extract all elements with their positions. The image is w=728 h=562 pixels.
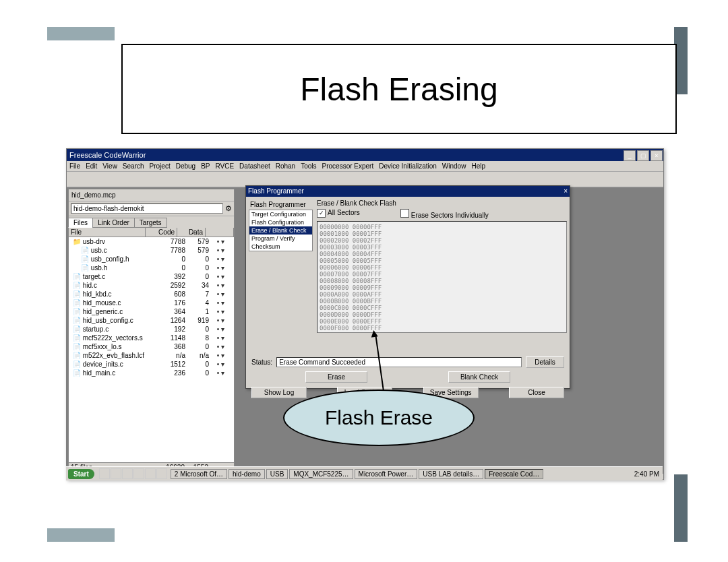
project-tabs[interactable]: FilesLink OrderTargets xyxy=(69,216,234,228)
show-log-button[interactable]: Show Log xyxy=(251,387,307,398)
task-button[interactable]: Freescale Cod… xyxy=(485,469,543,479)
maximize-icon[interactable]: ▢ xyxy=(637,150,649,161)
toolbar-button[interactable] xyxy=(217,173,231,186)
file-row[interactable]: 📄 usb.c7788579• ▾ xyxy=(69,246,234,255)
taskbar[interactable]: Start 2 Microsoft Of…hid-demoUSBMQX_MCF5… xyxy=(66,466,663,480)
task-button[interactable]: hid-demo xyxy=(229,469,265,479)
task-button[interactable]: Microsoft Power… xyxy=(355,469,418,479)
menu-item[interactable]: Help xyxy=(471,162,485,170)
flash-programmer-window[interactable]: Flash Programmer × Flash Programmer Targ… xyxy=(245,185,570,389)
col-file[interactable]: File xyxy=(69,228,146,237)
task-button[interactable]: USB xyxy=(266,469,289,479)
task-button[interactable]: MQX_MCF5225… xyxy=(289,469,353,479)
file-row[interactable]: 📄 target.c3920• ▾ xyxy=(69,272,234,281)
flash-nav-item[interactable]: Flash Configuration xyxy=(249,218,312,226)
task-button[interactable]: USB LAB details… xyxy=(419,469,483,479)
close-icon[interactable]: × xyxy=(650,150,663,161)
menu-item[interactable]: File xyxy=(69,162,80,170)
task-buttons[interactable]: 2 Microsoft Of…hid-demoUSBMQX_MCF5225…Mi… xyxy=(170,469,544,479)
menu-item[interactable]: Rohan xyxy=(276,162,295,170)
file-row[interactable]: 📄 hid_generic.c3641• ▾ xyxy=(69,307,234,316)
target-settings-icon[interactable]: ⚙ xyxy=(225,204,232,213)
toolbar-button[interactable] xyxy=(173,173,186,186)
chk-indiv-sectors[interactable]: Erase Sectors Individually xyxy=(400,209,489,219)
file-row[interactable]: 📄 usb_config.h00• ▾ xyxy=(69,255,234,263)
file-row[interactable]: 📄 hid_main.c2360• ▾ xyxy=(69,369,234,377)
toolbar-button[interactable] xyxy=(69,173,82,186)
menu-bar[interactable]: FileEditViewSearchProjectDebugBPRVCEData… xyxy=(67,161,663,172)
menu-item[interactable]: Processor Expert xyxy=(322,162,374,170)
toolbar-button[interactable] xyxy=(276,173,290,186)
file-row[interactable]: 📄 hid.c259234• ▾ xyxy=(69,281,234,290)
flash-nav-item[interactable]: Target Configuration xyxy=(249,210,312,218)
toolbar-button[interactable] xyxy=(247,173,260,186)
task-button[interactable]: 2 Microsoft Of… xyxy=(171,469,227,479)
blank-check-button[interactable]: Blank Check xyxy=(448,371,510,383)
project-tab[interactable]: Targets xyxy=(134,218,167,228)
flash-nav-list[interactable]: Target ConfigurationFlash ConfigurationE… xyxy=(249,210,313,251)
details-button[interactable]: Details xyxy=(526,356,564,368)
col-code[interactable]: Code xyxy=(146,228,177,237)
file-row[interactable]: 📄 m522x_evb_flash.lcfn/an/a• ▾ xyxy=(69,351,234,360)
target-selector[interactable]: hid-demo-flash-demokit xyxy=(71,204,223,214)
toolbar-button[interactable] xyxy=(321,173,334,186)
col-data[interactable]: Data xyxy=(177,228,206,237)
toolbar-button[interactable] xyxy=(336,173,349,186)
file-row[interactable]: 📄 hid_kbd.c6087• ▾ xyxy=(69,290,234,299)
start-button[interactable]: Start xyxy=(68,469,94,479)
file-row[interactable]: 📄 mcf5222x_vectors.s11488• ▾ xyxy=(69,334,234,342)
file-row[interactable]: 📄 device_inits.c15120• ▾ xyxy=(69,360,234,369)
chk-all-sectors[interactable]: ✓All Sectors xyxy=(317,209,360,219)
toolbar-button[interactable] xyxy=(410,173,423,186)
menu-item[interactable]: View xyxy=(102,162,117,170)
toolbar-button[interactable] xyxy=(380,173,394,186)
flash-titlebar[interactable]: Flash Programmer × xyxy=(246,186,570,197)
sector-row: 00003000 00003FFF xyxy=(320,244,564,251)
file-row[interactable]: 📄 usb.h00• ▾ xyxy=(69,263,234,272)
file-row[interactable]: 📄 hid_usb_config.c1264919• ▾ xyxy=(69,316,234,325)
system-tray[interactable]: 2:40 PM xyxy=(631,470,663,478)
project-tab[interactable]: Files xyxy=(68,218,93,228)
menu-item[interactable]: Project xyxy=(150,162,171,170)
toolbar-button[interactable] xyxy=(262,173,275,186)
project-dropdown[interactable]: hid_demo.mcp xyxy=(69,189,234,201)
menu-item[interactable]: Debug xyxy=(176,162,195,170)
toolbar-button[interactable] xyxy=(187,173,201,186)
erase-button[interactable]: Erase xyxy=(305,371,367,383)
toolbar-button[interactable] xyxy=(84,173,97,186)
flash-close-icon[interactable]: × xyxy=(564,186,568,197)
menu-item[interactable]: RVCE xyxy=(215,162,234,170)
file-list[interactable]: 📁 usb-drv7788579• ▾📄 usb.c7788579• ▾📄 us… xyxy=(69,237,234,462)
flash-nav-item[interactable]: Program / Verify xyxy=(249,235,312,243)
toolbar-button[interactable] xyxy=(98,173,112,186)
toolbar-button[interactable] xyxy=(306,173,320,186)
flash-nav-item[interactable]: Checksum xyxy=(249,243,312,251)
toolbar-button[interactable] xyxy=(365,173,379,186)
file-row[interactable]: 📁 usb-drv7788579• ▾ xyxy=(69,237,234,246)
menu-item[interactable]: Edit xyxy=(86,162,97,170)
menu-item[interactable]: BP xyxy=(201,162,210,170)
menu-item[interactable]: Device Initialization xyxy=(379,162,437,170)
menu-item[interactable]: Window xyxy=(442,162,466,170)
close-button[interactable]: Close xyxy=(509,387,564,398)
flash-nav-item[interactable]: Erase / Blank Check xyxy=(249,226,312,235)
app-titlebar[interactable]: Freescale CodeWarrior _ ▢ × xyxy=(67,149,663,161)
menu-item[interactable]: Datasheet xyxy=(239,162,270,170)
toolbar-button[interactable] xyxy=(128,173,142,186)
toolbar-button[interactable] xyxy=(232,173,245,186)
toolbar-button[interactable] xyxy=(143,173,156,186)
file-row[interactable]: 📄 startup.c1920• ▾ xyxy=(69,325,234,334)
toolbar-button[interactable] xyxy=(202,173,216,186)
quick-launch[interactable] xyxy=(99,468,167,479)
toolbar-button[interactable] xyxy=(113,173,127,186)
toolbar-button[interactable] xyxy=(291,173,305,186)
toolbar-button[interactable] xyxy=(351,173,364,186)
project-tab[interactable]: Link Order xyxy=(92,218,135,228)
file-row[interactable]: 📄 hid_mouse.c1764• ▾ xyxy=(69,299,234,307)
menu-item[interactable]: Tools xyxy=(301,162,316,170)
menu-item[interactable]: Search xyxy=(123,162,144,170)
minimize-icon[interactable]: _ xyxy=(624,150,636,161)
toolbar-button[interactable] xyxy=(158,173,171,186)
toolbar-button[interactable] xyxy=(395,173,408,186)
file-row[interactable]: 📄 mcf5xxx_lo.s3680• ▾ xyxy=(69,342,234,351)
